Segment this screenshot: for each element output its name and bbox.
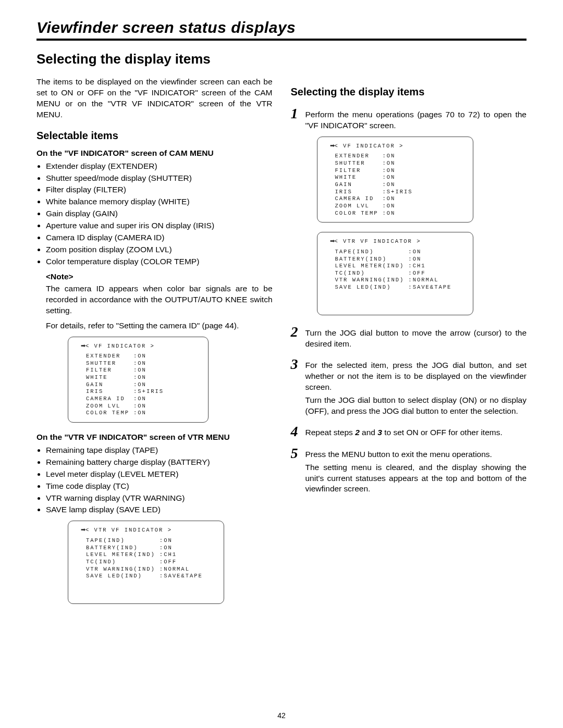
title-rule [36, 39, 527, 41]
menu-item-value: :ON [133, 360, 164, 367]
menu-item-label: EXTENDER [335, 153, 383, 160]
step-text: Turn the JOG dial button to select displ… [305, 395, 527, 417]
step-3: 3 For the selected item, press the JOG d… [291, 357, 527, 417]
table-row: GAIN:ON [86, 381, 164, 389]
list-item: Aperture value and super iris ON display… [46, 220, 273, 231]
menu-item-value: :ON [160, 545, 203, 552]
menu-item-label: VTR WARNING(IND) [86, 566, 160, 573]
arrow-right-icon: ➡ [330, 238, 335, 244]
table-row: TAPE(IND):ON [335, 249, 452, 256]
menu-item-value: :OFF [160, 559, 203, 566]
menu-title: < VF INDICATOR > [335, 143, 404, 149]
table-row: SHUTTER:ON [335, 160, 413, 167]
menu-item-value: :ON [383, 160, 413, 167]
step-body: Repeat steps 2 and 3 to set ON or OFF fo… [305, 424, 527, 438]
cam-menu-list: Extender display (EXTENDER) Shutter spee… [36, 161, 273, 267]
menu-item-value: :SAVE&TAPE [408, 284, 451, 291]
list-item: VTR warning display (VTR WARNING) [46, 493, 273, 504]
menu-screen: ➡< VTR VF INDICATOR > TAPE(IND):ON BATTE… [317, 232, 473, 315]
list-item: Remaining tape display (TAPE) [46, 445, 273, 456]
menu-item-value: :ON [383, 153, 413, 160]
menu-item-value: :ON [133, 367, 164, 374]
table-row: SAVE LED(IND):SAVE&TAPE [86, 573, 203, 580]
menu-item-value: :ON [133, 410, 164, 417]
step-text: and [360, 428, 377, 437]
menu-screen: ➡< VF INDICATOR > EXTENDER:ON SHUTTER:ON… [68, 337, 209, 423]
step-text: Press the MENU button to exit the menu o… [305, 450, 492, 459]
cam-menu-heading: On the "VF INDICATOR" screen of CAM MENU [36, 148, 273, 159]
menu-item-label: GAIN [335, 181, 383, 189]
menu-item-value: :ON [133, 353, 164, 360]
menu-item-value: :CH1 [160, 551, 203, 559]
table-row: VTR WARNING(IND):NORMAL [335, 277, 452, 284]
menu-item-label: FILTER [335, 167, 383, 175]
menu-item-value: :ON [133, 396, 164, 403]
step-body: Perform the menu operations (pages 70 to… [305, 106, 527, 131]
list-item: SAVE lamp display (SAVE LED) [46, 504, 273, 515]
table-row: FILTER:ON [86, 367, 164, 374]
menu-item-value: :NORMAL [160, 566, 203, 573]
menu-item-value: :ON [383, 167, 413, 175]
table-row: TC(IND):OFF [335, 270, 452, 277]
table-row: WHITE:ON [335, 174, 413, 181]
menu-item-label: IRIS [86, 388, 133, 396]
menu-item-value: :ON [133, 374, 164, 381]
menu-item-label: TC(IND) [335, 270, 409, 277]
step-number: 3 [291, 357, 305, 372]
menu-table: TAPE(IND):ON BATTERY(IND):ON LEVEL METER… [335, 249, 452, 291]
right-heading: Selecting the display items [291, 85, 527, 99]
menu-item-label: SAVE LED(IND) [86, 573, 160, 580]
menu-item-label: LEVEL METER(IND) [86, 551, 160, 559]
table-row: GAIN:ON [335, 181, 413, 189]
menu-item-value: :ON [383, 210, 413, 217]
menu-item-label: TAPE(IND) [86, 537, 160, 545]
table-row: BATTERY(IND):ON [86, 545, 203, 552]
note-body-2: For details, refer to "Setting the camer… [46, 320, 273, 331]
menu-title-row: ➡< VTR VF INDICATOR > [324, 238, 467, 245]
menu-item-label: SHUTTER [86, 360, 133, 367]
menu-item-value: :ON [408, 249, 451, 256]
menu-item-label: WHITE [86, 374, 133, 381]
menu-item-value: :ON [133, 381, 164, 389]
table-row: ZOOM LVL:ON [86, 403, 164, 410]
list-item: Level meter display (LEVEL METER) [46, 469, 273, 480]
menu-item-value: :ON [383, 174, 413, 181]
list-item: Gain display (GAIN) [46, 208, 273, 219]
menu-item-label: SHUTTER [335, 160, 383, 167]
step-body: Turn the JOG dial button to move the arr… [305, 325, 527, 350]
menu-item-label: VTR WARNING(IND) [335, 277, 409, 284]
table-row: COLOR TEMP:ON [86, 410, 164, 417]
table-row: VTR WARNING(IND):NORMAL [86, 566, 203, 573]
menu-item-label: TC(IND) [86, 559, 160, 566]
table-row: CAMERA ID:ON [335, 195, 413, 203]
menu-item-label: ZOOM LVL [86, 403, 133, 410]
menu-item-value: :ON [160, 537, 203, 545]
intro-paragraph: The items to be displayed on the viewfin… [36, 77, 273, 120]
table-row: SHUTTER:ON [86, 360, 164, 367]
menu-item-value: :ON [408, 256, 451, 263]
step-number: 4 [291, 424, 305, 439]
section-title: Selecting the display items [36, 51, 527, 67]
menu-screen: ➡< VF INDICATOR > EXTENDER:ON SHUTTER:ON… [317, 137, 473, 223]
menu-item-label: ZOOM LVL [335, 203, 383, 210]
menu-item-value: :OFF [408, 270, 451, 277]
menu-title: < VF INDICATOR > [85, 343, 155, 349]
step-body: For the selected item, press the JOG dia… [305, 357, 527, 417]
menu-item-label: GAIN [86, 381, 133, 389]
arrow-right-icon: ➡ [330, 142, 335, 149]
two-column-layout: The items to be displayed on the viewfin… [36, 77, 527, 613]
step-ref: 3 [377, 428, 382, 437]
table-row: CAMERA ID:ON [86, 396, 164, 403]
vtr-menu-heading: On the "VTR VF INDICATOR" screen of VTR … [36, 432, 273, 443]
step-text: For the selected item, press the JOG dia… [305, 361, 527, 391]
step-text: Repeat steps [305, 428, 356, 437]
menu-item-label: COLOR TEMP [86, 410, 133, 417]
menu-item-label: CAMERA ID [335, 195, 383, 203]
note-label: <Note> [46, 272, 273, 282]
table-row: IRIS:S+IRIS [86, 388, 164, 396]
menu-table: EXTENDER:ON SHUTTER:ON FILTER:ON WHITE:O… [335, 153, 413, 217]
table-row: WHITE:ON [86, 374, 164, 381]
menu-item-label: WHITE [335, 174, 383, 181]
step-number: 1 [291, 106, 305, 121]
step-2: 2 Turn the JOG dial button to move the a… [291, 325, 527, 350]
